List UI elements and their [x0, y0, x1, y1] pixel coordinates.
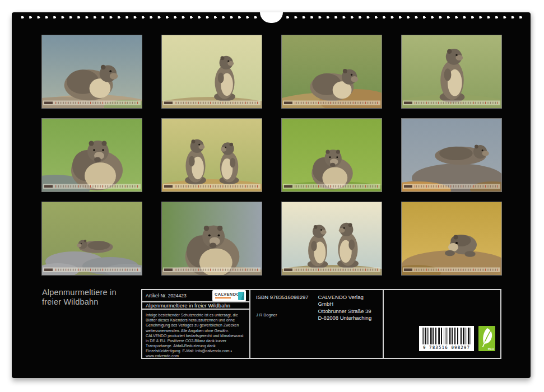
artikel-nr: Artikel-Nr. 2024423	[146, 293, 187, 298]
photo-marmot-frontal-eating	[162, 202, 262, 275]
photo-two-marmots-standing	[162, 119, 262, 192]
publisher-city: D-82008 Unterhaching	[318, 315, 377, 321]
photo-marmot-standing-grass	[402, 35, 501, 108]
photo-marmot-closeup-eating	[42, 119, 142, 192]
author: J R Bogner	[256, 312, 311, 318]
calvendo-logo-text: CALVENDO	[215, 292, 240, 297]
thumbnail-grid	[42, 35, 501, 275]
product-info-box: Artikel-Nr. 2024423 CALVENDO Alpenmurmel…	[141, 289, 501, 359]
hanging-hole	[260, 12, 283, 23]
calendar-sheet: Alpenmurmeltiere in freier Wildbahn Arti…	[12, 12, 531, 378]
eco-badge: eco	[478, 326, 495, 351]
photo-marmot-resting-rock	[402, 119, 501, 192]
photo-marmot-burrow-evening	[282, 35, 382, 108]
publisher-name: CALVENDO Verlag GmbH	[318, 294, 377, 308]
isbn: ISBN 9783516098297	[256, 294, 311, 300]
back-cover-title: Alpenmurmeltiere in freier Wildbahn	[42, 288, 117, 307]
info-left-column: Artikel-Nr. 2024423 CALVENDO Alpenmurmel…	[142, 290, 249, 358]
photo-marmot-sitting-rock	[42, 35, 142, 108]
barcode: 9 783516 098297	[419, 326, 474, 351]
legal-text: Infolge bestehender Schutzrechte ist es …	[142, 310, 249, 362]
photo-young-marmot-grass	[282, 119, 382, 192]
back-cover-title-line1: Alpenmurmeltiere in	[42, 288, 117, 297]
calvendo-logo-mark-icon	[238, 292, 244, 300]
publisher-address: CALVENDO Verlag GmbH Ottobrunner Straße …	[318, 294, 377, 321]
barcode-bars	[422, 328, 471, 344]
back-cover-title-line2: freier Wildbahn	[42, 297, 117, 307]
eco-label: eco	[488, 347, 494, 351]
photo-marmot-peeking-rock	[402, 202, 501, 275]
photo-marmot-standing-meadow	[162, 35, 262, 108]
info-right-column: 9 783516 098297 eco	[384, 290, 500, 358]
publisher-street: Ottobrunner Straße 39	[318, 308, 377, 315]
photo-marmot-lichen-rocks	[42, 202, 142, 275]
info-middle-column: ISBN 9783516098297 J R Bogner CALVENDO V…	[249, 290, 384, 358]
photo-two-marmots-face-to-face	[282, 202, 382, 275]
calendar-title: Alpenmurmeltiere in freier Wildbahn	[142, 302, 249, 310]
barcode-digits: 9 783516 098297	[419, 345, 474, 350]
calvendo-logo-tagline-bar	[215, 297, 231, 298]
artikel-row: Artikel-Nr. 2024423 CALVENDO	[142, 290, 249, 302]
calvendo-logo: CALVENDO	[212, 290, 246, 301]
